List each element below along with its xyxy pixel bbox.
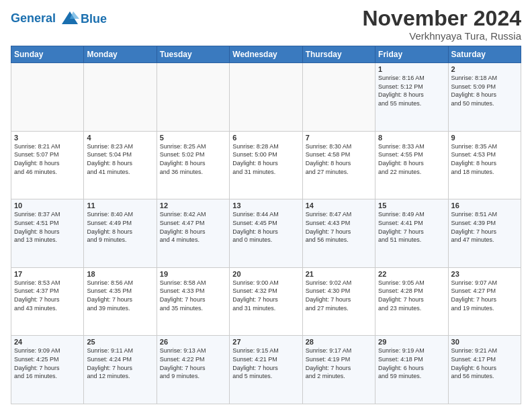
calendar-cell: 24Sunrise: 9:09 AM Sunset: 4:25 PM Dayli… — [11, 336, 84, 404]
header: General Blue November 2024 Verkhnyaya Tu… — [11, 7, 521, 42]
day-info: Sunrise: 8:47 AM Sunset: 4:43 PM Dayligh… — [306, 210, 372, 244]
day-info: Sunrise: 8:37 AM Sunset: 4:51 PM Dayligh… — [14, 210, 81, 244]
day-info: Sunrise: 8:33 AM Sunset: 4:55 PM Dayligh… — [378, 142, 445, 176]
day-number: 14 — [306, 201, 372, 210]
day-number: 30 — [451, 338, 518, 346]
day-number: 18 — [87, 270, 153, 278]
calendar-cell: 15Sunrise: 8:49 AM Sunset: 4:41 PM Dayli… — [375, 199, 448, 268]
calendar-cell: 4Sunrise: 8:23 AM Sunset: 5:04 PM Daylig… — [84, 131, 157, 199]
day-info: Sunrise: 8:40 AM Sunset: 4:49 PM Dayligh… — [87, 210, 153, 244]
day-number: 15 — [378, 201, 445, 210]
week-row-4: 24Sunrise: 9:09 AM Sunset: 4:25 PM Dayli… — [11, 336, 521, 404]
day-number: 26 — [160, 338, 226, 346]
day-number: 4 — [87, 134, 153, 142]
calendar-cell: 3Sunrise: 8:21 AM Sunset: 5:07 PM Daylig… — [11, 131, 84, 199]
calendar-cell: 21Sunrise: 9:02 AM Sunset: 4:30 PM Dayli… — [302, 267, 375, 336]
logo-icon — [60, 9, 79, 28]
weekday-header-saturday: Saturday — [448, 46, 521, 63]
day-number: 8 — [378, 134, 445, 142]
day-number: 22 — [378, 270, 445, 278]
logo-general: General — [11, 11, 56, 25]
day-info: Sunrise: 9:07 AM Sunset: 4:27 PM Dayligh… — [451, 279, 518, 312]
day-info: Sunrise: 8:16 AM Sunset: 5:12 PM Dayligh… — [378, 74, 445, 107]
day-info: Sunrise: 9:13 AM Sunset: 4:22 PM Dayligh… — [160, 347, 226, 380]
calendar-cell: 16Sunrise: 8:51 AM Sunset: 4:39 PM Dayli… — [448, 199, 521, 268]
weekday-header-monday: Monday — [84, 46, 157, 63]
day-number: 13 — [232, 201, 299, 210]
day-info: Sunrise: 8:44 AM Sunset: 4:45 PM Dayligh… — [232, 210, 299, 244]
calendar-cell: 6Sunrise: 8:28 AM Sunset: 5:00 PM Daylig… — [230, 131, 302, 199]
day-number: 10 — [14, 201, 81, 210]
calendar-cell: 23Sunrise: 9:07 AM Sunset: 4:27 PM Dayli… — [448, 267, 521, 336]
calendar-cell: 7Sunrise: 8:30 AM Sunset: 4:58 PM Daylig… — [302, 131, 375, 199]
calendar-cell: 11Sunrise: 8:40 AM Sunset: 4:49 PM Dayli… — [84, 199, 157, 268]
weekday-header-row: SundayMondayTuesdayWednesdayThursdayFrid… — [11, 46, 521, 63]
calendar-cell: 8Sunrise: 8:33 AM Sunset: 4:55 PM Daylig… — [375, 131, 448, 199]
weekday-header-tuesday: Tuesday — [157, 46, 229, 63]
day-number: 9 — [451, 134, 518, 142]
weekday-header-wednesday: Wednesday — [230, 46, 302, 63]
day-info: Sunrise: 9:05 AM Sunset: 4:28 PM Dayligh… — [378, 279, 445, 312]
day-number: 16 — [451, 201, 518, 210]
day-number: 7 — [306, 134, 372, 142]
day-number: 11 — [87, 201, 153, 210]
calendar-cell: 2Sunrise: 8:18 AM Sunset: 5:09 PM Daylig… — [448, 63, 521, 132]
calendar-cell: 19Sunrise: 8:58 AM Sunset: 4:33 PM Dayli… — [157, 267, 229, 336]
logo: General Blue — [11, 9, 107, 28]
calendar-cell: 18Sunrise: 8:56 AM Sunset: 4:35 PM Dayli… — [84, 267, 157, 336]
day-info: Sunrise: 8:42 AM Sunset: 4:47 PM Dayligh… — [160, 210, 226, 244]
day-info: Sunrise: 8:30 AM Sunset: 4:58 PM Dayligh… — [306, 142, 372, 176]
day-number: 29 — [378, 338, 445, 346]
calendar-cell: 28Sunrise: 9:17 AM Sunset: 4:19 PM Dayli… — [302, 336, 375, 404]
day-number: 12 — [160, 201, 226, 210]
day-info: Sunrise: 9:19 AM Sunset: 4:18 PM Dayligh… — [378, 347, 445, 380]
day-info: Sunrise: 8:21 AM Sunset: 5:07 PM Dayligh… — [14, 142, 81, 176]
day-number: 27 — [232, 338, 299, 346]
day-info: Sunrise: 9:15 AM Sunset: 4:21 PM Dayligh… — [232, 347, 299, 380]
day-info: Sunrise: 9:17 AM Sunset: 4:19 PM Dayligh… — [306, 347, 372, 380]
day-info: Sunrise: 8:49 AM Sunset: 4:41 PM Dayligh… — [378, 210, 445, 244]
week-row-1: 3Sunrise: 8:21 AM Sunset: 5:07 PM Daylig… — [11, 131, 521, 199]
day-number: 28 — [306, 338, 372, 346]
calendar-cell — [11, 63, 84, 132]
calendar-cell: 25Sunrise: 9:11 AM Sunset: 4:24 PM Dayli… — [84, 336, 157, 404]
calendar-cell — [302, 63, 375, 132]
weekday-header-sunday: Sunday — [11, 46, 84, 63]
day-info: Sunrise: 8:51 AM Sunset: 4:39 PM Dayligh… — [451, 210, 518, 244]
day-info: Sunrise: 8:58 AM Sunset: 4:33 PM Dayligh… — [160, 279, 226, 312]
calendar-cell: 9Sunrise: 8:35 AM Sunset: 4:53 PM Daylig… — [448, 131, 521, 199]
calendar-cell: 29Sunrise: 9:19 AM Sunset: 4:18 PM Dayli… — [375, 336, 448, 404]
weekday-header-friday: Friday — [375, 46, 448, 63]
day-number: 19 — [160, 270, 226, 278]
calendar-cell — [230, 63, 302, 132]
day-info: Sunrise: 8:35 AM Sunset: 4:53 PM Dayligh… — [451, 142, 518, 176]
calendar-cell: 10Sunrise: 8:37 AM Sunset: 4:51 PM Dayli… — [11, 199, 84, 268]
page: General Blue November 2024 Verkhnyaya Tu… — [0, 0, 532, 411]
calendar-cell: 5Sunrise: 8:25 AM Sunset: 5:02 PM Daylig… — [157, 131, 229, 199]
day-info: Sunrise: 8:56 AM Sunset: 4:35 PM Dayligh… — [87, 279, 153, 312]
calendar-cell: 22Sunrise: 9:05 AM Sunset: 4:28 PM Dayli… — [375, 267, 448, 336]
day-number: 5 — [160, 134, 226, 142]
day-number: 24 — [14, 338, 81, 346]
calendar-cell: 13Sunrise: 8:44 AM Sunset: 4:45 PM Dayli… — [230, 199, 302, 268]
day-info: Sunrise: 9:11 AM Sunset: 4:24 PM Dayligh… — [87, 347, 153, 380]
day-info: Sunrise: 8:25 AM Sunset: 5:02 PM Dayligh… — [160, 142, 226, 176]
month-title: November 2024 — [362, 7, 521, 30]
day-info: Sunrise: 8:23 AM Sunset: 5:04 PM Dayligh… — [87, 142, 153, 176]
calendar-cell: 14Sunrise: 8:47 AM Sunset: 4:43 PM Dayli… — [302, 199, 375, 268]
calendar-cell: 27Sunrise: 9:15 AM Sunset: 4:21 PM Dayli… — [230, 336, 302, 404]
calendar-cell: 26Sunrise: 9:13 AM Sunset: 4:22 PM Dayli… — [157, 336, 229, 404]
title-block: November 2024 Verkhnyaya Tura, Russia — [362, 7, 521, 42]
day-number: 23 — [451, 270, 518, 278]
day-number: 21 — [306, 270, 372, 278]
calendar-cell: 30Sunrise: 9:21 AM Sunset: 4:17 PM Dayli… — [448, 336, 521, 404]
day-number: 25 — [87, 338, 153, 346]
calendar: SundayMondayTuesdayWednesdayThursdayFrid… — [11, 46, 521, 404]
day-info: Sunrise: 8:28 AM Sunset: 5:00 PM Dayligh… — [232, 142, 299, 176]
day-info: Sunrise: 8:18 AM Sunset: 5:09 PM Dayligh… — [451, 74, 518, 107]
location: Verkhnyaya Tura, Russia — [362, 30, 521, 42]
week-row-0: 1Sunrise: 8:16 AM Sunset: 5:12 PM Daylig… — [11, 63, 521, 132]
day-info: Sunrise: 8:53 AM Sunset: 4:37 PM Dayligh… — [14, 279, 81, 312]
week-row-2: 10Sunrise: 8:37 AM Sunset: 4:51 PM Dayli… — [11, 199, 521, 268]
week-row-3: 17Sunrise: 8:53 AM Sunset: 4:37 PM Dayli… — [11, 267, 521, 336]
